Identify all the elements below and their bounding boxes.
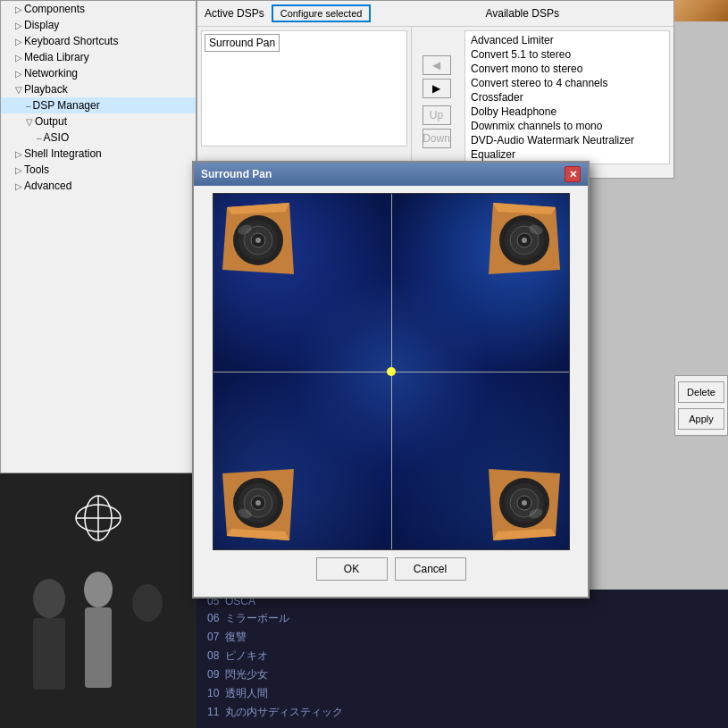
tree-arrow: ▷ [15,37,22,46]
top-right-image [674,0,728,21]
tree-arrow: ▷ [15,69,22,79]
tree-item-label: Media Library [24,51,89,63]
apply-button[interactable]: Apply [678,408,724,430]
available-item-crossfader[interactable]: Crossfader [467,90,667,105]
tree-item-networking[interactable]: ▷ Networking [1,65,196,81]
track-item-1[interactable]: 06 ミラーボール [200,609,724,628]
delete-button[interactable]: Delete [678,381,724,403]
svg-point-5 [33,579,65,618]
cancel-button[interactable]: Cancel [395,557,466,581]
tree-item-asio[interactable]: – ASIO [1,130,196,146]
available-item-advanced-limiter[interactable]: Advanced Limiter [467,33,667,47]
speaker-top-left [218,198,298,279]
tree-item-label: Advanced [24,180,71,192]
configure-selected-button[interactable]: Configure selected [272,4,372,22]
move-up-button[interactable]: Up [423,105,451,125]
tree-item-label: Output [35,115,67,128]
surround-pan-dialog: Surround Pan ✕ [192,161,590,598]
tree-item-label: Components [24,3,85,15]
people-silhouette [0,473,197,728]
move-left-button[interactable]: ◀ [423,55,451,75]
track-item-2[interactable]: 07 復讐 [200,628,724,647]
available-item-convert-51[interactable]: Convert 5.1 to stereo [467,47,667,62]
move-right-button[interactable]: ▶ [423,79,451,98]
track-item-6[interactable]: 11 丸の内サディスティック [200,703,724,722]
tree-item-label: Tools [24,163,49,176]
dsp-arrows: ◀ ▶ Up Down [412,27,461,177]
svg-rect-8 [85,607,112,688]
available-item-downmix[interactable]: Downmix channels to mono [467,119,667,133]
track-list-area: 05 OSCA 06 ミラーボール 07 復讐 08 ピノキオ 09 閃光少女 … [197,590,728,728]
available-item-convert-stereo-4[interactable]: Convert stereo to 4 channels [467,76,667,90]
dialog-titlebar: Surround Pan ✕ [194,163,588,186]
dsp-header: Active DSPs Configure selected Available… [197,1,674,27]
tree-item-shell-integration[interactable]: ▷ Shell Integration [1,146,196,162]
tree-item-output[interactable]: ▽ Output [1,113,196,130]
tree-item-display[interactable]: ▷ Display [1,17,196,33]
available-dsps-title: Available DSPs [485,7,559,20]
active-dsps-title: Active DSPs [205,7,264,20]
tree-item-playback[interactable]: ▽ Playback [1,81,196,97]
tree-item-label: Networking [24,67,78,79]
updown-area: Up Down [423,105,451,148]
tree-item-label: ASIO [44,131,70,144]
tree-arrow: ▽ [26,117,33,127]
track-item-3[interactable]: 08 ピノキオ [200,647,724,665]
tree-item-label: Display [24,19,59,31]
svg-point-17 [255,238,261,243]
right-action-buttons: Delete Apply [674,375,728,436]
speaker-bottom-left [218,464,298,545]
svg-rect-6 [33,618,65,690]
active-dsp-column: Surround Pan [197,27,412,177]
available-dsp-column: Advanced Limiter Convert 5.1 to stereo C… [461,27,674,177]
track-item-5[interactable]: 10 透明人間 [200,684,724,703]
speaker-top-right [484,198,565,279]
svg-point-41 [522,500,527,506]
available-item-equalizer[interactable]: Equalizer [467,147,667,162]
dialog-title: Surround Pan [201,168,272,180]
tree-item-keyboard[interactable]: ▷ Keyboard Shortcuts [1,33,196,49]
available-item-dolby[interactable]: Dolby Headphone [467,105,667,119]
tree-item-tools[interactable]: ▷ Tools [1,162,196,178]
speaker-bottom-right [484,464,565,545]
available-item-dvd[interactable]: DVD-Audio Watermark Neutralizer [467,133,667,147]
album-art-area [0,473,197,728]
tree-arrow: ▷ [15,181,22,191]
tree-arrow: ▷ [15,21,22,30]
dialog-content: OK Cancel [194,186,588,597]
tree-item-label: DSP Manager [33,99,100,112]
tree-item-label: Shell Integration [24,147,102,160]
tree-arrow: ▷ [15,53,22,63]
tree-arrow: – [37,133,42,143]
tree-arrow: ▷ [15,165,22,175]
dialog-close-button[interactable]: ✕ [565,166,581,182]
left-panel-tree: ▷ Components ▷ Display ▷ Keyboard Shortc… [0,0,197,473]
track-item-4[interactable]: 09 閃光少女 [200,665,724,684]
tree-arrow: ▷ [15,149,22,159]
surround-pan-center-dot[interactable] [387,367,396,376]
active-dsp-list[interactable]: Surround Pan [201,30,407,146]
tree-arrow: ▷ [15,4,22,14]
tree-item-label: Keyboard Shortcuts [24,35,118,47]
dialog-buttons-area: OK Cancel [201,557,581,581]
ok-button[interactable]: OK [316,557,388,581]
active-dsp-item-surround-pan[interactable]: Surround Pan [205,34,280,52]
svg-point-33 [255,500,261,506]
svg-point-25 [522,238,527,243]
tree-item-dsp-manager[interactable]: – DSP Manager [1,97,196,113]
move-down-button[interactable]: Down [423,129,451,148]
tree-item-advanced[interactable]: ▷ Advanced [1,178,196,194]
available-item-convert-mono[interactable]: Convert mono to stereo [467,62,667,76]
dsp-columns: Surround Pan ◀ ▶ Up Down Advanced Limite… [197,27,674,177]
tree-item-media-library[interactable]: ▷ Media Library [1,49,196,65]
available-dsp-list[interactable]: Advanced Limiter Convert 5.1 to stereo C… [464,30,670,164]
tree-arrow: ▽ [15,85,22,95]
tree-item-label: Playback [24,83,68,96]
dsp-panel: Active DSPs Configure selected Available… [197,0,674,179]
tree-item-components[interactable]: ▷ Components [1,1,196,17]
surround-pan-canvas[interactable] [213,193,570,550]
svg-point-7 [84,572,113,607]
svg-rect-10 [132,622,163,689]
svg-point-9 [132,584,163,622]
tree-arrow: – [26,101,31,111]
